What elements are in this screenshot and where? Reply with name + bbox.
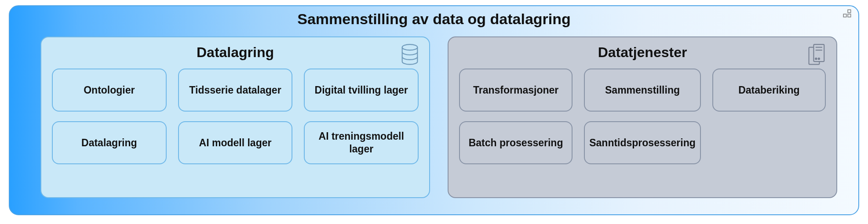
panel-datatjenester: Datatjenester Transformasjoner Sammensti… bbox=[448, 36, 837, 198]
panels-row: Datalagring Ontologier Tidsserie datalag… bbox=[10, 28, 858, 211]
svg-rect-2 bbox=[843, 14, 846, 17]
node-batch-prosessering: Batch prosessering bbox=[459, 121, 573, 164]
panel-datalagring: Datalagring Ontologier Tidsserie datalag… bbox=[40, 36, 430, 198]
svg-point-3 bbox=[402, 44, 418, 50]
panel-title-datalagring: Datalagring bbox=[52, 44, 419, 61]
diagram-container: Sammenstilling av data og datalagring Da… bbox=[9, 5, 859, 215]
node-databeriking: Databeriking bbox=[712, 69, 826, 112]
svg-rect-1 bbox=[848, 14, 851, 17]
node-sanntidsprosessering: Sanntidsprosessering bbox=[584, 121, 701, 164]
svg-rect-0 bbox=[848, 10, 851, 13]
node-ontologier: Ontologier bbox=[52, 69, 167, 112]
node-ai-treningsmodell-lager: AI treningsmodell lager bbox=[304, 121, 419, 164]
database-icon bbox=[400, 43, 419, 66]
node-digital-tvilling-lager: Digital tvilling lager bbox=[304, 69, 419, 112]
composition-icon bbox=[842, 9, 852, 18]
node-ai-modell-lager: AI modell lager bbox=[178, 121, 293, 164]
svg-point-9 bbox=[818, 58, 820, 59]
node-datalagring: Datalagring bbox=[52, 121, 167, 164]
svg-point-8 bbox=[815, 58, 817, 59]
datalagring-grid: Ontologier Tidsserie datalager Digital t… bbox=[52, 69, 419, 164]
diagram-title: Sammenstilling av data og datalagring bbox=[10, 6, 858, 28]
datatjenester-grid: Transformasjoner Sammenstilling Databeri… bbox=[459, 69, 826, 164]
node-sammenstilling: Sammenstilling bbox=[584, 69, 701, 112]
server-icon bbox=[807, 43, 827, 66]
node-tidsserie-datalager: Tidsserie datalager bbox=[178, 69, 293, 112]
panel-title-datatjenester: Datatjenester bbox=[459, 44, 826, 61]
node-transformasjoner: Transformasjoner bbox=[459, 69, 573, 112]
